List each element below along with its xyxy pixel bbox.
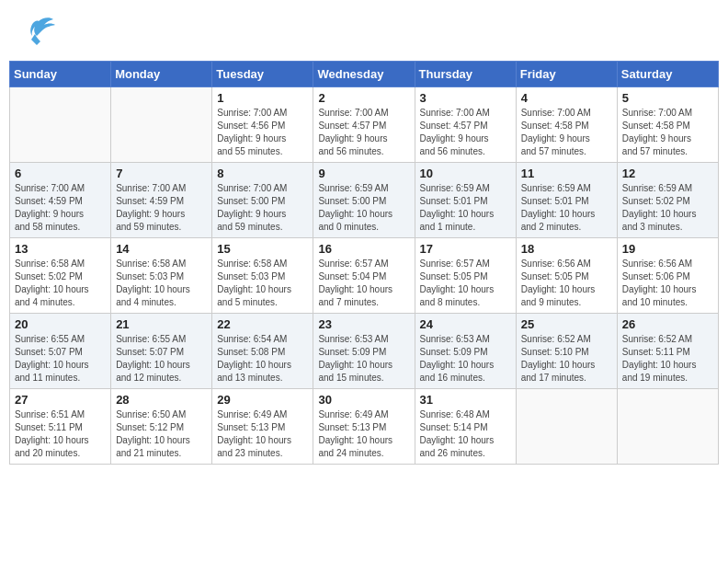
calendar-cell: 15Sunrise: 6:58 AM Sunset: 5:03 PM Dayli…: [212, 238, 313, 314]
calendar-cell: 8Sunrise: 7:00 AM Sunset: 5:00 PM Daylig…: [212, 163, 313, 238]
day-number: 26: [622, 317, 713, 331]
calendar-cell: 17Sunrise: 6:57 AM Sunset: 5:05 PM Dayli…: [415, 238, 516, 314]
day-info: Sunrise: 6:58 AM Sunset: 5:02 PM Dayligh…: [15, 258, 106, 309]
day-info: Sunrise: 6:58 AM Sunset: 5:03 PM Dayligh…: [116, 258, 207, 309]
weekday-header-sunday: Sunday: [10, 62, 111, 87]
day-number: 30: [318, 393, 409, 407]
calendar-cell: [617, 389, 718, 465]
day-info: Sunrise: 6:50 AM Sunset: 5:12 PM Dayligh…: [116, 408, 207, 460]
day-info: Sunrise: 6:59 AM Sunset: 5:00 PM Dayligh…: [318, 182, 409, 234]
day-number: 17: [420, 242, 511, 256]
calendar-cell: 19Sunrise: 6:56 AM Sunset: 5:06 PM Dayli…: [617, 238, 718, 314]
weekday-header-wednesday: Wednesday: [313, 62, 415, 87]
calendar-cell: 24Sunrise: 6:53 AM Sunset: 5:09 PM Dayli…: [415, 314, 516, 389]
calendar-cell: 10Sunrise: 6:59 AM Sunset: 5:01 PM Dayli…: [415, 163, 516, 238]
day-info: Sunrise: 7:00 AM Sunset: 4:57 PM Dayligh…: [420, 107, 511, 158]
day-number: 8: [217, 167, 308, 180]
calendar-cell: 31Sunrise: 6:48 AM Sunset: 5:14 PM Dayli…: [415, 389, 516, 465]
calendar-week-5: 27Sunrise: 6:51 AM Sunset: 5:11 PM Dayli…: [10, 389, 719, 465]
calendar-cell: [111, 87, 212, 163]
day-info: Sunrise: 7:00 AM Sunset: 4:57 PM Dayligh…: [318, 107, 409, 158]
day-number: 2: [318, 91, 409, 105]
day-info: Sunrise: 7:00 AM Sunset: 4:58 PM Dayligh…: [521, 107, 612, 158]
calendar-week-3: 13Sunrise: 6:58 AM Sunset: 5:02 PM Dayli…: [10, 238, 719, 314]
weekday-header-row: SundayMondayTuesdayWednesdayThursdayFrid…: [10, 62, 719, 87]
day-info: Sunrise: 7:00 AM Sunset: 4:56 PM Dayligh…: [217, 107, 308, 158]
day-info: Sunrise: 7:00 AM Sunset: 4:58 PM Dayligh…: [622, 107, 713, 158]
day-info: Sunrise: 6:55 AM Sunset: 5:07 PM Dayligh…: [116, 333, 207, 385]
day-info: Sunrise: 6:56 AM Sunset: 5:06 PM Dayligh…: [622, 258, 713, 309]
calendar-body: 1Sunrise: 7:00 AM Sunset: 4:56 PM Daylig…: [10, 87, 719, 465]
calendar-cell: 7Sunrise: 7:00 AM Sunset: 4:59 PM Daylig…: [111, 163, 212, 238]
day-info: Sunrise: 6:49 AM Sunset: 5:13 PM Dayligh…: [217, 408, 308, 460]
day-number: 1: [217, 91, 308, 105]
day-number: 14: [116, 242, 207, 256]
calendar-cell: 30Sunrise: 6:49 AM Sunset: 5:13 PM Dayli…: [313, 389, 415, 465]
calendar-cell: 1Sunrise: 7:00 AM Sunset: 4:56 PM Daylig…: [212, 87, 313, 163]
day-info: Sunrise: 6:57 AM Sunset: 5:04 PM Dayligh…: [318, 258, 409, 309]
day-info: Sunrise: 6:53 AM Sunset: 5:09 PM Dayligh…: [318, 333, 409, 385]
day-number: 5: [622, 91, 713, 105]
day-info: Sunrise: 6:49 AM Sunset: 5:13 PM Dayligh…: [318, 408, 409, 460]
day-number: 19: [622, 242, 713, 256]
day-number: 7: [116, 167, 207, 180]
day-info: Sunrise: 6:54 AM Sunset: 5:08 PM Dayligh…: [217, 333, 308, 385]
day-number: 31: [420, 393, 511, 407]
day-info: Sunrise: 6:48 AM Sunset: 5:14 PM Dayligh…: [420, 408, 511, 460]
calendar-cell: 4Sunrise: 7:00 AM Sunset: 4:58 PM Daylig…: [516, 87, 617, 163]
day-info: Sunrise: 6:56 AM Sunset: 5:05 PM Dayligh…: [521, 258, 612, 309]
day-number: 29: [217, 393, 308, 407]
day-info: Sunrise: 6:55 AM Sunset: 5:07 PM Dayligh…: [15, 333, 106, 385]
day-number: 18: [521, 242, 612, 256]
day-info: Sunrise: 6:52 AM Sunset: 5:10 PM Dayligh…: [521, 333, 612, 385]
calendar-cell: 18Sunrise: 6:56 AM Sunset: 5:05 PM Dayli…: [516, 238, 617, 314]
day-number: 9: [318, 167, 409, 180]
day-number: 23: [318, 317, 409, 331]
day-number: 28: [116, 393, 207, 407]
day-info: Sunrise: 6:51 AM Sunset: 5:11 PM Dayligh…: [15, 408, 106, 460]
day-number: 21: [116, 317, 207, 331]
calendar-cell: 9Sunrise: 6:59 AM Sunset: 5:00 PM Daylig…: [313, 163, 415, 238]
day-info: Sunrise: 6:58 AM Sunset: 5:03 PM Dayligh…: [217, 258, 308, 309]
day-number: 27: [15, 393, 106, 407]
weekday-header-friday: Friday: [516, 62, 617, 87]
day-number: 24: [420, 317, 511, 331]
day-info: Sunrise: 6:59 AM Sunset: 5:02 PM Dayligh…: [622, 182, 713, 234]
calendar-week-1: 1Sunrise: 7:00 AM Sunset: 4:56 PM Daylig…: [10, 87, 719, 163]
logo: [18, 14, 57, 49]
calendar-cell: 25Sunrise: 6:52 AM Sunset: 5:10 PM Dayli…: [516, 314, 617, 389]
day-info: Sunrise: 6:52 AM Sunset: 5:11 PM Dayligh…: [622, 333, 713, 385]
page-header: [9, 9, 719, 53]
day-info: Sunrise: 7:00 AM Sunset: 4:59 PM Dayligh…: [15, 182, 106, 234]
calendar-cell: 3Sunrise: 7:00 AM Sunset: 4:57 PM Daylig…: [415, 87, 516, 163]
day-number: 3: [420, 91, 511, 105]
calendar-cell: 16Sunrise: 6:57 AM Sunset: 5:04 PM Dayli…: [313, 238, 415, 314]
calendar-week-4: 20Sunrise: 6:55 AM Sunset: 5:07 PM Dayli…: [10, 314, 719, 389]
day-number: 22: [217, 317, 308, 331]
calendar-header: SundayMondayTuesdayWednesdayThursdayFrid…: [10, 62, 719, 87]
day-number: 12: [622, 167, 713, 180]
day-number: 11: [521, 167, 612, 180]
day-number: 15: [217, 242, 308, 256]
calendar-week-2: 6Sunrise: 7:00 AM Sunset: 4:59 PM Daylig…: [10, 163, 719, 238]
calendar-cell: [516, 389, 617, 465]
calendar-cell: 2Sunrise: 7:00 AM Sunset: 4:57 PM Daylig…: [313, 87, 415, 163]
calendar-cell: 13Sunrise: 6:58 AM Sunset: 5:02 PM Dayli…: [10, 238, 111, 314]
weekday-header-tuesday: Tuesday: [212, 62, 313, 87]
calendar-cell: [10, 87, 111, 163]
logo-icon: [18, 14, 55, 49]
weekday-header-monday: Monday: [111, 62, 212, 87]
calendar-table: SundayMondayTuesdayWednesdayThursdayFrid…: [9, 61, 719, 465]
calendar-cell: 26Sunrise: 6:52 AM Sunset: 5:11 PM Dayli…: [617, 314, 718, 389]
day-number: 10: [420, 167, 511, 180]
calendar-cell: 12Sunrise: 6:59 AM Sunset: 5:02 PM Dayli…: [617, 163, 718, 238]
calendar-cell: 6Sunrise: 7:00 AM Sunset: 4:59 PM Daylig…: [10, 163, 111, 238]
day-number: 25: [521, 317, 612, 331]
day-number: 4: [521, 91, 612, 105]
calendar-cell: 14Sunrise: 6:58 AM Sunset: 5:03 PM Dayli…: [111, 238, 212, 314]
weekday-header-saturday: Saturday: [617, 62, 718, 87]
calendar-cell: 28Sunrise: 6:50 AM Sunset: 5:12 PM Dayli…: [111, 389, 212, 465]
calendar-cell: 20Sunrise: 6:55 AM Sunset: 5:07 PM Dayli…: [10, 314, 111, 389]
day-number: 20: [15, 317, 106, 331]
calendar-cell: 21Sunrise: 6:55 AM Sunset: 5:07 PM Dayli…: [111, 314, 212, 389]
